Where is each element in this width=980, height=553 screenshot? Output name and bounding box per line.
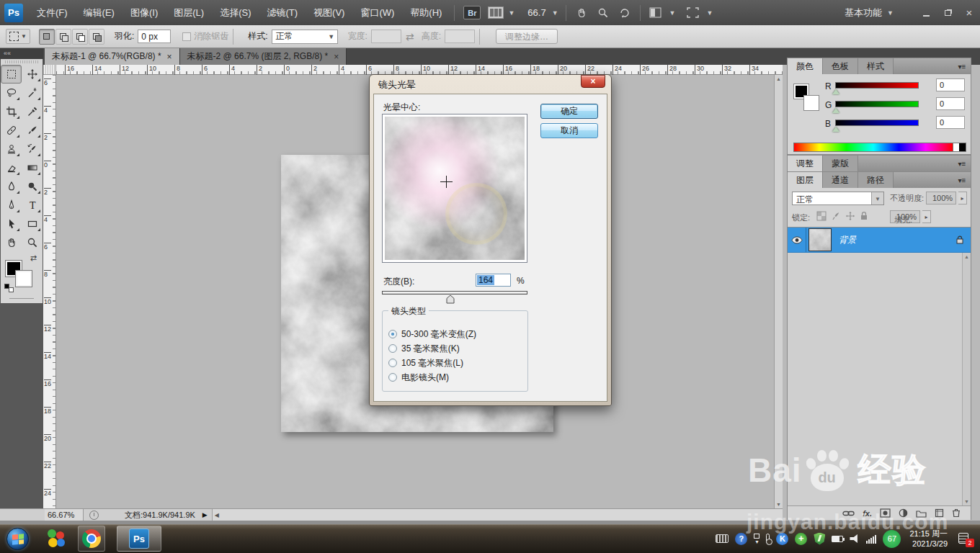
lens-type-option[interactable]: 电影镜头(M): [388, 370, 476, 385]
zoom-tool[interactable]: [22, 233, 43, 252]
new-selection-button[interactable]: [39, 29, 55, 45]
help-tray-icon[interactable]: ?: [735, 533, 747, 545]
swap-dimensions-icon[interactable]: ⇄: [406, 31, 414, 42]
gradient-tool[interactable]: [22, 158, 43, 177]
dialog-close-button[interactable]: ×: [581, 75, 605, 88]
lasso-tool[interactable]: [1, 84, 22, 102]
panel-tab[interactable]: 路径: [858, 172, 894, 188]
antialias-checkbox[interactable]: [182, 32, 191, 41]
style-select[interactable]: 正常 ▼: [272, 30, 338, 44]
minimize-button[interactable]: [915, 5, 937, 21]
delete-layer-icon[interactable]: [952, 508, 961, 518]
layer-name[interactable]: 背景: [839, 234, 856, 246]
layer-row-background[interactable]: 背景: [788, 227, 971, 253]
menu-item[interactable]: 文件(F): [29, 0, 76, 25]
panel-tab[interactable]: 调整: [788, 156, 823, 171]
refine-edge-button[interactable]: 调整边缘…: [496, 29, 558, 44]
channel-slider-thumb[interactable]: [832, 89, 839, 94]
chevron-down-icon[interactable]: ▼: [706, 9, 713, 17]
taskbar-clock[interactable]: 21:15 周一 2021/3/29: [909, 529, 948, 549]
input-method-taskbar-icon[interactable]: [46, 529, 66, 549]
panel-tab[interactable]: 颜色: [788, 58, 823, 74]
eraser-tool[interactable]: [1, 158, 22, 177]
intersect-selection-button[interactable]: [89, 29, 104, 45]
chevron-down-icon[interactable]: ▼: [552, 9, 558, 17]
notification-tray-icon[interactable]: 2: [958, 533, 971, 545]
panel-tab[interactable]: 图层: [788, 172, 823, 188]
brightness-slider-thumb[interactable]: [446, 295, 455, 306]
feather-input[interactable]: 0 px: [138, 30, 171, 43]
subtract-selection-button[interactable]: [72, 29, 88, 45]
menu-item[interactable]: 图层(L): [166, 0, 212, 25]
history-brush-tool[interactable]: [22, 140, 43, 158]
security-shield-tray-icon[interactable]: [814, 533, 825, 545]
menu-item[interactable]: 图像(I): [122, 0, 166, 25]
new-layer-icon[interactable]: [935, 508, 944, 518]
lens-type-option[interactable]: 50-300 毫米变焦(Z): [388, 327, 476, 341]
tab-close-icon[interactable]: ×: [334, 52, 339, 62]
vertical-ruler[interactable]: 6 4 2 0 2 4 6 8 10 12 14 16 18 20 22 24: [43, 75, 56, 508]
ruler-origin[interactable]: [43, 65, 56, 75]
swap-colors-icon[interactable]: ⇄: [30, 253, 37, 263]
battery-percent-badge[interactable]: 67: [883, 530, 901, 548]
lock-pixels-icon[interactable]: [831, 211, 841, 221]
layer-thumbnail[interactable]: [808, 228, 832, 251]
channel-slider-bar[interactable]: [835, 101, 919, 107]
close-button[interactable]: ×: [958, 5, 980, 21]
ok-button[interactable]: 确定: [540, 104, 598, 119]
background-color-swatch[interactable]: [16, 271, 32, 287]
marquee-tool[interactable]: [1, 65, 22, 84]
path-selection-tool[interactable]: [1, 215, 22, 233]
opacity-value[interactable]: 100%: [926, 192, 956, 204]
zoom-level-field[interactable]: 66.7: [527, 7, 545, 18]
panel-menu-icon[interactable]: ▾≡: [953, 156, 971, 171]
brush-tool[interactable]: [22, 121, 43, 140]
hand-tool-icon[interactable]: [574, 6, 589, 20]
hand-tool[interactable]: [1, 233, 22, 252]
channel-value-input[interactable]: 0: [936, 97, 965, 110]
pen-tool[interactable]: [1, 196, 22, 215]
layers-scrollbar[interactable]: ▲▼: [962, 253, 971, 505]
screen-mode-icon[interactable]: [685, 6, 700, 20]
arrange-documents-icon[interactable]: [649, 6, 663, 20]
tool-preset-picker[interactable]: ▼: [6, 29, 30, 44]
collapse-panel-button[interactable]: ««: [0, 48, 43, 59]
width-input[interactable]: [371, 30, 401, 43]
channel-value-input[interactable]: 0: [936, 78, 965, 91]
photoshop-taskbar-button[interactable]: Ps: [117, 526, 161, 552]
default-colors-icon[interactable]: [4, 284, 14, 292]
clone-stamp-tool[interactable]: [1, 140, 22, 158]
flare-center-crosshair[interactable]: [440, 176, 453, 188]
bridge-button[interactable]: Br: [463, 6, 481, 19]
menu-item[interactable]: 视图(V): [306, 0, 352, 25]
cancel-button[interactable]: 取消: [540, 123, 598, 138]
menu-item[interactable]: 滤镜(T): [259, 0, 306, 25]
keyboard-tray-icon[interactable]: [716, 534, 729, 543]
tab-close-icon[interactable]: ×: [167, 52, 172, 62]
rotate-view-icon[interactable]: [618, 6, 632, 20]
add-mask-icon[interactable]: [880, 508, 891, 518]
lens-type-option[interactable]: 35 毫米聚焦(K): [388, 341, 476, 356]
healing-brush-tool[interactable]: [1, 121, 22, 140]
flare-preview-image[interactable]: [385, 117, 525, 260]
menu-item[interactable]: 编辑(E): [76, 0, 122, 25]
panel-menu-icon[interactable]: ▾≡: [953, 172, 971, 188]
menu-item[interactable]: 帮助(H): [402, 0, 450, 25]
document-tab[interactable]: 未标题-2 @ 66.7% (图层 2, RGB/8) * ×: [180, 48, 347, 65]
lock-all-icon[interactable]: [860, 211, 868, 221]
layer-visibility-toggle[interactable]: [788, 228, 806, 252]
restore-button[interactable]: [937, 5, 958, 21]
mini-bridge-icon[interactable]: [488, 6, 504, 19]
blur-tool[interactable]: [1, 177, 22, 196]
height-input[interactable]: [445, 30, 475, 43]
antivirus-plus-tray-icon[interactable]: +: [795, 533, 807, 545]
flare-preview[interactable]: [382, 114, 527, 263]
panel-tab[interactable]: 色板: [823, 58, 858, 74]
link-layers-icon[interactable]: [842, 510, 855, 517]
menu-item[interactable]: 选择(S): [212, 0, 259, 25]
eyedropper-tool[interactable]: [22, 102, 43, 121]
workspace-switcher[interactable]: 基本功能 ▼: [845, 6, 896, 19]
brightness-slider-track[interactable]: [382, 291, 527, 295]
horizontal-ruler[interactable]: 16 14 12 10 8 6 4 2 0 2 4 6 8 10 12 14 1…: [56, 65, 783, 75]
lock-position-icon[interactable]: [845, 211, 855, 221]
